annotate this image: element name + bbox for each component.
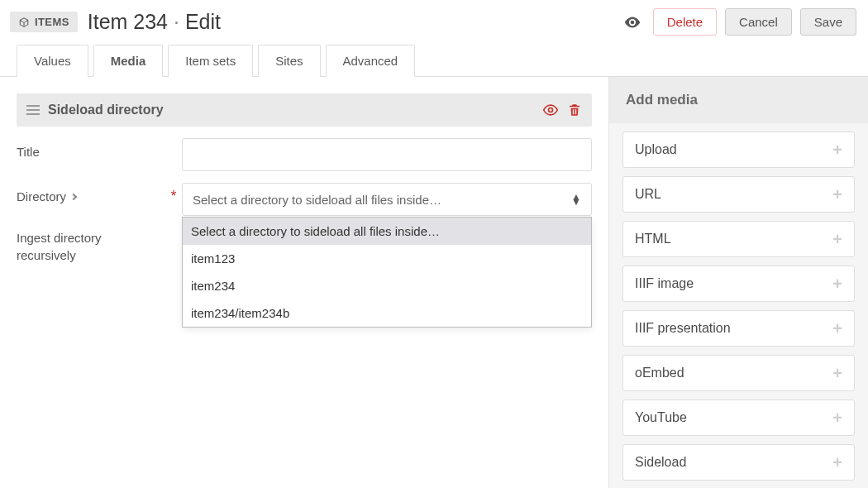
plus-icon: + <box>832 414 842 422</box>
add-media-youtube[interactable]: YouTube + <box>622 399 855 436</box>
add-media-label: HTML <box>635 232 671 246</box>
delete-button[interactable]: Delete <box>653 8 717 36</box>
plus-icon: + <box>832 190 842 199</box>
add-media-label: YouTube <box>635 410 687 425</box>
cancel-button[interactable]: Cancel <box>725 8 792 36</box>
directory-label-text: Directory <box>17 189 66 203</box>
title-separator: · <box>174 10 185 33</box>
section-visibility-icon[interactable] <box>542 102 559 118</box>
directory-option-item234b[interactable]: item234/item234b <box>183 299 591 327</box>
add-media-label: oEmbed <box>635 366 684 380</box>
required-marker: * <box>165 183 182 205</box>
form-row-directory: Directory * Select a directory to sidelo… <box>17 183 592 216</box>
save-button[interactable]: Save <box>800 8 856 36</box>
page-title-mode: Edit <box>185 10 221 33</box>
tab-values[interactable]: Values <box>17 45 88 77</box>
drag-handle-icon[interactable] <box>26 105 40 115</box>
add-media-label: Sideload <box>635 455 686 470</box>
add-media-label: Upload <box>635 142 677 157</box>
chevron-right-icon <box>70 193 77 199</box>
add-media-upload[interactable]: Upload + <box>622 132 855 168</box>
content-panel: Sideload directory Title * Directory * <box>0 77 608 488</box>
svg-point-0 <box>549 108 553 112</box>
main-area: Sideload directory Title * Directory * <box>0 77 868 488</box>
add-media-label: IIIF image <box>635 276 694 291</box>
add-media-url[interactable]: URL + <box>622 176 855 213</box>
add-media-label: URL <box>635 187 661 202</box>
tab-item-sets[interactable]: Item sets <box>168 45 253 77</box>
directory-dropdown: Select a directory to sideload all files… <box>182 217 592 328</box>
header-actions: Delete Cancel Save <box>620 8 856 36</box>
title-label: Title <box>17 138 165 159</box>
section-title: Sideload directory <box>48 103 534 117</box>
page-title: Item 234 · Edit <box>88 10 610 34</box>
add-media-iiif-image[interactable]: IIIF image + <box>622 266 855 302</box>
directory-label: Directory <box>17 183 165 203</box>
items-chip[interactable]: ITEMS <box>10 12 78 32</box>
visibility-icon[interactable] <box>620 10 645 35</box>
plus-icon: + <box>832 369 842 377</box>
page-title-item: Item 234 <box>88 10 168 33</box>
add-media-oembed[interactable]: oEmbed + <box>622 355 855 391</box>
directory-select-value: Select a directory to sideload all files… <box>193 193 441 207</box>
recursive-label-line1: Ingest directory <box>17 231 102 245</box>
updown-icon: ▲▼ <box>571 194 581 204</box>
sidebar: Add media Upload + URL + HTML + IIIF ima… <box>608 77 868 488</box>
add-media-label: IIIF presentation <box>635 321 731 336</box>
directory-option-item123[interactable]: item123 <box>183 245 591 272</box>
plus-icon: + <box>832 458 842 466</box>
tab-media[interactable]: Media <box>93 45 164 77</box>
sidebar-title: Add media <box>609 77 868 123</box>
plus-icon: + <box>832 146 842 154</box>
plus-icon: + <box>832 280 842 288</box>
page-header: ITEMS Item 234 · Edit Delete Cancel Save <box>0 0 868 44</box>
add-media-iiif-presentation[interactable]: IIIF presentation + <box>622 310 855 347</box>
cube-icon <box>18 17 30 28</box>
add-media-html[interactable]: HTML + <box>622 221 855 257</box>
tab-advanced[interactable]: Advanced <box>326 45 416 77</box>
directory-select[interactable]: Select a directory to sideload all files… <box>182 183 592 216</box>
directory-option-placeholder[interactable]: Select a directory to sideload all files… <box>183 218 591 245</box>
form-row-title: Title * <box>17 138 592 171</box>
title-input[interactable] <box>182 138 592 171</box>
plus-icon: + <box>832 235 842 243</box>
add-media-sideload[interactable]: Sideload + <box>622 444 855 481</box>
media-section-bar: Sideload directory <box>17 93 592 127</box>
recursive-label-line2: recursively <box>17 248 76 262</box>
directory-option-item234[interactable]: item234 <box>183 272 591 299</box>
recursive-label: Ingest directory recursively <box>17 227 165 264</box>
section-delete-icon[interactable] <box>567 102 582 118</box>
tab-sites[interactable]: Sites <box>258 45 320 77</box>
items-chip-label: ITEMS <box>35 16 69 28</box>
tabs-row: Values Media Item sets Sites Advanced <box>0 44 868 77</box>
plus-icon: + <box>832 324 842 333</box>
